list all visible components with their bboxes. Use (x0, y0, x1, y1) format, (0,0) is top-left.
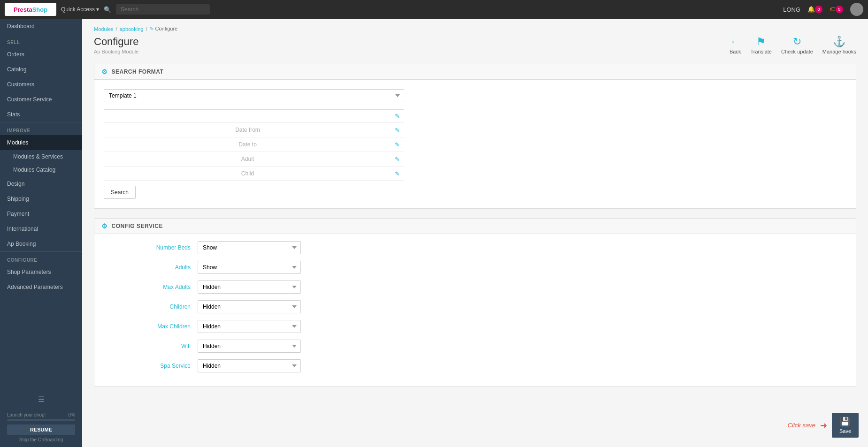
shop-parameters-label: Shop Parameters (7, 269, 51, 275)
sidebar-item-dashboard[interactable]: Dashboard (0, 19, 82, 34)
number-beds-label: Number Beds (104, 244, 198, 251)
date-to-edit-icon[interactable]: ✎ (391, 138, 404, 151)
sidebar-item-customer-service[interactable]: Customer Service (0, 92, 82, 107)
sidebar-item-modules[interactable]: Modules (0, 135, 82, 150)
top-navigation: PrestaShop Quick Access ▾ 🔍 LONG 🔔0 🏷5 (0, 0, 868, 19)
shipping-label: Shipping (7, 196, 29, 202)
save-button[interactable]: 💾 Save (832, 413, 859, 438)
page-title: Configure (94, 36, 138, 48)
content-area: Modules / apbooking / ✎ Configure Config… (82, 19, 868, 447)
check-update-icon: ↻ (793, 36, 801, 48)
wifi-select[interactable]: Show Hidden (198, 340, 301, 353)
user-name: LONG (783, 6, 800, 13)
sidebar-section-sell: SELL (0, 34, 82, 47)
manage-hooks-label: Manage hooks (822, 49, 856, 54)
sidebar-item-orders[interactable]: Orders (0, 47, 82, 62)
date-from-edit-icon[interactable]: ✎ (391, 124, 404, 136)
search-input[interactable] (116, 4, 210, 15)
date-from-label: Date from (104, 123, 391, 137)
sidebar-item-payment[interactable]: Payment (0, 206, 82, 221)
form-row-wifi: Wifi Show Hidden (104, 340, 846, 353)
max-adults-wrapper: Show Hidden (198, 280, 301, 294)
children-wrapper: Show Hidden (198, 300, 301, 313)
sidebar-item-shop-parameters[interactable]: Shop Parameters (0, 265, 82, 280)
page-header: Configure Ap Booking Module ← Back ⚑ Tra… (94, 36, 856, 54)
arrow-icon: ➜ (820, 420, 827, 431)
check-update-label: Check update (781, 49, 813, 54)
config-form: Number Beds Show Hidden Adults (94, 234, 856, 386)
quick-access-label: Quick Access (61, 6, 95, 13)
max-adults-label: Max Adults (104, 284, 198, 290)
page-title-area: Configure Ap Booking Module (94, 36, 138, 54)
form-row-adults: Adults Show Hidden (104, 261, 846, 274)
search-format-top-row: ✎ (104, 110, 404, 123)
child-label: Child (104, 167, 391, 181)
config-service-header: ⚙ CONFIG SERVICE (94, 219, 856, 234)
sidebar-item-international[interactable]: International (0, 221, 82, 236)
max-children-select[interactable]: Show Hidden (198, 320, 301, 333)
manage-hooks-icon: ⚓ (833, 36, 845, 48)
sidebar-item-catalog[interactable]: Catalog (0, 62, 82, 77)
search-format-row-2: Adult ✎ (104, 152, 404, 167)
advanced-parameters-label: Advanced Parameters (7, 284, 63, 290)
customer-service-label: Customer Service (7, 96, 52, 103)
template-select[interactable]: Template 1 Template 2 Template 3 (104, 89, 404, 102)
resume-button[interactable]: RESUME (7, 424, 75, 435)
breadcrumb: Modules / apbooking / ✎ Configure (94, 26, 856, 32)
form-row-spa-service: Spa Service Show Hidden (104, 359, 846, 372)
sidebar-item-customers[interactable]: Customers (0, 77, 82, 92)
sidebar: Dashboard SELL Orders Catalog Customers … (0, 19, 82, 447)
sidebar-item-ap-booking[interactable]: Ap Booking (0, 236, 82, 251)
back-action[interactable]: ← Back (730, 36, 741, 54)
page-subtitle: Ap Booking Module (94, 49, 138, 54)
progress-label: Launch your shop! 0% (7, 412, 75, 417)
notifications-icon[interactable]: 🔔0 (807, 6, 822, 13)
children-select[interactable]: Show Hidden (198, 300, 301, 313)
child-edit-icon[interactable]: ✎ (391, 167, 404, 180)
manage-hooks-action[interactable]: ⚓ Manage hooks (822, 36, 856, 54)
number-beds-select[interactable]: Show Hidden (198, 241, 301, 254)
spa-service-label: Spa Service (104, 363, 198, 369)
payment-label: Payment (7, 211, 29, 217)
translate-icon: ⚑ (756, 36, 766, 48)
modules-services-label: Modules & Services (13, 153, 63, 160)
check-update-action[interactable]: ↻ Check update (781, 36, 813, 54)
avatar[interactable] (850, 3, 863, 16)
updates-icon[interactable]: 🏷5 (830, 6, 843, 13)
hamburger-icon[interactable]: ☰ (0, 391, 82, 408)
breadcrumb-configure: ✎ Configure (149, 26, 177, 32)
sidebar-section-improve: IMPROVE (0, 122, 82, 135)
sidebar-item-stats[interactable]: Stats (0, 107, 82, 122)
number-beds-wrapper: Show Hidden (198, 241, 301, 254)
logo: PrestaShop (5, 3, 56, 16)
adult-label: Adult (104, 152, 391, 166)
dashboard-label: Dashboard (7, 23, 35, 30)
sidebar-item-shipping[interactable]: Shipping (0, 191, 82, 206)
breadcrumb-modules[interactable]: Modules (94, 26, 114, 32)
sidebar-bottom: Launch your shop! 0% RESUME Stop the OnB… (0, 408, 82, 447)
adult-edit-icon[interactable]: ✎ (391, 153, 404, 166)
breadcrumb-apbooking[interactable]: apbooking (120, 26, 144, 32)
spa-service-select[interactable]: Show Hidden (198, 359, 301, 372)
adults-select[interactable]: Show Hidden (198, 261, 301, 274)
sidebar-section-configure: CONFIGURE (0, 251, 82, 265)
modules-label: Modules (7, 139, 28, 146)
translate-action[interactable]: ⚑ Translate (750, 36, 771, 54)
search-format-header: ⚙ SEARCH FORMAT (94, 64, 856, 80)
sidebar-item-design[interactable]: Design (0, 176, 82, 191)
progress-bar (7, 419, 75, 421)
search-format-top-edit-icon[interactable]: ✎ (391, 110, 404, 122)
search-format-title: SEARCH FORMAT (112, 68, 164, 75)
wifi-wrapper: Show Hidden (198, 340, 301, 353)
sidebar-sub-item-modules-services[interactable]: Modules & Services (0, 150, 82, 163)
search-button[interactable]: Search (104, 186, 136, 199)
max-adults-select[interactable]: Show Hidden (198, 280, 301, 294)
search-icon: 🔍 (104, 6, 111, 13)
sidebar-sub-item-modules-catalog[interactable]: Modules Catalog (0, 163, 82, 176)
top-right-area: LONG 🔔0 🏷5 (783, 3, 863, 16)
quick-access-button[interactable]: Quick Access ▾ (61, 6, 99, 13)
template-select-wrapper: Template 1 Template 2 Template 3 (104, 89, 404, 102)
sidebar-item-advanced-parameters[interactable]: Advanced Parameters (0, 280, 82, 295)
search-format-row-3: Child ✎ (104, 167, 404, 181)
form-row-max-children: Max Children Show Hidden (104, 320, 846, 333)
